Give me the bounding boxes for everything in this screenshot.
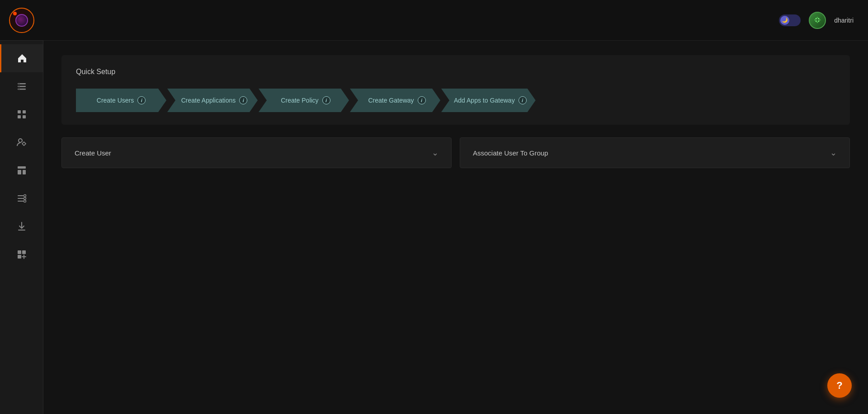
- users-icon: [16, 81, 27, 92]
- associate-user-card-title: Associate User To Group: [473, 149, 548, 157]
- associate-user-card-chevron: ⌄: [830, 148, 837, 158]
- dark-mode-toggle[interactable]: 🌙: [779, 14, 801, 26]
- step-create-policy-label: Create Policy: [281, 97, 318, 104]
- step-add-apps-to-gateway[interactable]: Add Apps to Gateway i: [441, 89, 536, 112]
- associate-user-card-header[interactable]: Associate User To Group ⌄: [460, 138, 849, 168]
- sidebar-item-layout[interactable]: [0, 156, 43, 184]
- svg-point-24: [24, 200, 26, 202]
- svg-rect-6: [18, 110, 21, 113]
- help-button[interactable]: ?: [827, 373, 852, 398]
- step-add-apps-to-gateway-label: Add Apps to Gateway: [454, 97, 515, 104]
- add-module-icon: [16, 249, 27, 260]
- svg-point-10: [19, 139, 22, 142]
- svg-point-3: [18, 83, 20, 85]
- step-create-users-label: Create Users: [97, 97, 134, 104]
- create-user-card: Create User ⌄: [61, 137, 452, 168]
- svg-rect-25: [18, 230, 25, 231]
- settings-list-icon: [16, 193, 27, 204]
- quick-setup-section: Quick Setup Create Users i Create Applic…: [61, 55, 850, 125]
- sidebar-nav: [0, 41, 43, 268]
- svg-point-34: [818, 20, 820, 22]
- step-create-applications[interactable]: Create Applications i: [167, 89, 258, 112]
- svg-point-11: [23, 142, 25, 145]
- create-user-card-chevron: ⌄: [432, 148, 439, 158]
- step-create-users[interactable]: Create Users i: [76, 89, 166, 112]
- step-add-apps-to-gateway-info[interactable]: i: [519, 96, 527, 104]
- steps-container: Create Users i Create Applications i Cre…: [76, 89, 835, 112]
- step-create-applications-label: Create Applications: [181, 97, 236, 104]
- svg-point-32: [818, 18, 820, 19]
- svg-rect-26: [18, 250, 21, 254]
- download-icon: [16, 221, 27, 232]
- svg-point-33: [816, 20, 817, 22]
- svg-rect-20: [18, 198, 24, 199]
- sidebar-item-users[interactable]: [0, 72, 43, 100]
- step-create-applications-info[interactable]: i: [239, 96, 247, 104]
- username-label: dharitri: [834, 17, 854, 24]
- svg-point-37: [817, 17, 818, 18]
- svg-rect-18: [23, 170, 26, 174]
- sidebar-item-download[interactable]: [0, 212, 43, 240]
- logo-inner: [15, 14, 28, 27]
- associate-user-card: Associate User To Group ⌄: [460, 137, 850, 168]
- toggle-knob: 🌙: [780, 16, 789, 25]
- svg-point-36: [819, 19, 821, 20]
- user-avatar[interactable]: [809, 12, 826, 29]
- sidebar-item-home[interactable]: [0, 44, 43, 72]
- step-create-gateway[interactable]: Create Gateway i: [350, 89, 440, 112]
- sidebar-item-settings-list[interactable]: [0, 184, 43, 212]
- svg-point-5: [18, 88, 20, 90]
- logo-circle: [9, 8, 34, 33]
- svg-point-38: [817, 22, 818, 23]
- svg-rect-28: [18, 255, 21, 259]
- step-create-policy-info[interactable]: i: [322, 96, 330, 104]
- create-user-card-header[interactable]: Create User ⌄: [62, 138, 451, 168]
- help-icon: ?: [836, 380, 842, 391]
- sidebar: [0, 0, 43, 414]
- svg-point-22: [24, 195, 26, 197]
- topbar: 🌙 dharitri: [43, 0, 868, 41]
- admin-icon: [16, 136, 28, 148]
- svg-rect-9: [23, 115, 26, 118]
- create-user-card-title: Create User: [75, 149, 111, 157]
- logo-dot: [13, 12, 17, 15]
- app-logo[interactable]: [0, 0, 43, 41]
- svg-rect-27: [22, 250, 26, 254]
- main-content: Quick Setup Create Users i Create Applic…: [43, 41, 868, 414]
- step-create-policy[interactable]: Create Policy i: [259, 89, 349, 112]
- topbar-right: 🌙 dharitri: [779, 12, 854, 29]
- home-icon: [17, 53, 28, 64]
- svg-rect-17: [18, 170, 21, 174]
- svg-rect-7: [23, 110, 26, 113]
- svg-point-23: [24, 198, 26, 200]
- svg-point-35: [814, 19, 816, 20]
- svg-rect-21: [18, 201, 24, 202]
- step-create-gateway-info[interactable]: i: [418, 96, 426, 104]
- sidebar-item-admin[interactable]: [0, 128, 43, 156]
- sidebar-item-add-module[interactable]: [0, 240, 43, 268]
- svg-rect-16: [18, 166, 26, 169]
- svg-rect-8: [18, 115, 21, 118]
- sidebar-item-grid[interactable]: [0, 100, 43, 128]
- quick-setup-title: Quick Setup: [76, 68, 835, 76]
- cards-row: Create User ⌄ Associate User To Group ⌄: [61, 137, 850, 168]
- svg-point-31: [816, 18, 817, 19]
- layout-icon: [16, 165, 27, 176]
- step-create-users-info[interactable]: i: [137, 96, 146, 104]
- svg-point-4: [18, 85, 20, 87]
- moon-icon: 🌙: [782, 17, 788, 23]
- svg-rect-19: [18, 195, 24, 196]
- grid-icon: [16, 109, 27, 120]
- step-create-gateway-label: Create Gateway: [368, 97, 414, 104]
